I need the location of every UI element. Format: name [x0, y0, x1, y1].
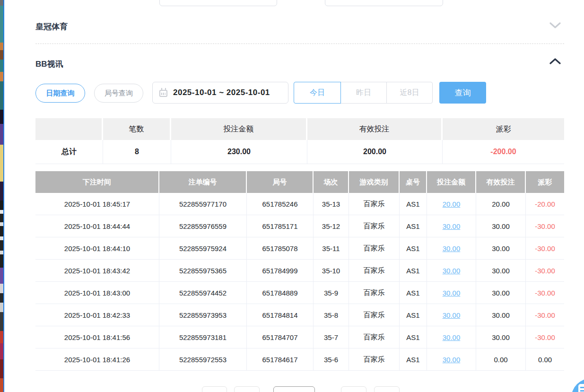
game-type-cell: 百家乐 [349, 304, 400, 326]
bet-amount-link[interactable]: 30.00 [443, 222, 461, 230]
section-divider [35, 44, 564, 44]
bet-amount-cell: 30.00 [427, 282, 476, 304]
session-cell: 35-6 [314, 348, 349, 370]
order-id-cell: 522855973953 [159, 304, 247, 326]
table-id-cell: AS1 [400, 237, 427, 259]
bet-amount-cell: 30.00 [427, 326, 476, 348]
round-id-cell: 651785171 [247, 215, 314, 237]
order-id-cell: 522855973181 [159, 326, 247, 348]
game-type-cell: 百家乐 [349, 237, 400, 259]
summary-count-value: 8 [103, 140, 171, 164]
pagination-first-button[interactable] [202, 386, 227, 392]
summary-header-valid-bet: 有效投注 [307, 118, 443, 140]
game-type-cell: 百家乐 [349, 326, 400, 348]
valid-bet-cell: 30.00 [476, 326, 526, 348]
search-button[interactable]: 查询 [439, 82, 486, 104]
table-row: 2025-10-01 18:44:10522855975924651785078… [35, 237, 564, 260]
filter-input-1[interactable] [159, 0, 277, 6]
summary-valid-bet-value: 200.00 [307, 140, 443, 164]
game-type-cell: 百家乐 [349, 215, 400, 237]
payout-cell: -30.00 [526, 304, 564, 326]
header-table-id: 桌号 [400, 171, 427, 193]
table-id-cell: AS1 [400, 304, 427, 326]
chevron-down-icon[interactable] [549, 22, 561, 29]
pagination-prev-button[interactable] [234, 386, 260, 392]
bet-time-cell: 2025-10-01 18:41:26 [35, 348, 159, 370]
bet-time-cell: 2025-10-01 18:44:10 [35, 237, 159, 259]
section-title-bb-video: BB视讯 [35, 59, 63, 70]
session-cell: 35-11 [314, 237, 349, 259]
yesterday-button[interactable]: 昨日 [340, 82, 387, 104]
summary-header-bet-amount: 投注金额 [171, 118, 307, 140]
valid-bet-cell: 30.00 [476, 282, 526, 304]
round-id-cell: 651784814 [247, 304, 314, 326]
today-button[interactable]: 今日 [294, 82, 341, 104]
bet-amount-link[interactable]: 30.00 [443, 311, 461, 319]
calendar-icon [159, 90, 167, 97]
round-id-cell: 651784707 [247, 326, 314, 348]
summary-header-row: 笔数 投注金额 有效投注 派彩 [35, 118, 564, 140]
bet-time-cell: 2025-10-01 18:42:33 [35, 304, 159, 326]
round-query-tab[interactable]: 局号查询 [94, 84, 143, 103]
table-id-cell: AS1 [400, 215, 427, 237]
round-id-cell: 651784889 [247, 282, 314, 304]
filter-input-2[interactable] [325, 0, 443, 6]
table-row: 2025-10-01 18:43:42522855975365651784999… [35, 260, 564, 282]
chevron-up-icon[interactable] [549, 58, 561, 65]
background-page-sliver [0, 0, 4, 392]
pagination-next-button[interactable] [341, 386, 366, 392]
order-id-cell: 522855976559 [159, 215, 247, 237]
bet-amount-cell: 30.00 [427, 237, 476, 259]
header-bet-amount: 投注金额 [427, 171, 476, 193]
game-type-cell: 百家乐 [349, 282, 400, 304]
pagination-page-box[interactable] [273, 386, 315, 392]
bet-amount-link[interactable]: 30.00 [443, 244, 461, 253]
bet-amount-link[interactable]: 30.00 [443, 333, 461, 341]
valid-bet-cell: 30.00 [476, 304, 526, 326]
bet-amount-cell: 30.00 [427, 260, 476, 281]
valid-bet-cell: 20.00 [476, 193, 526, 215]
floating-service-button[interactable] [571, 378, 584, 392]
date-query-tab[interactable]: 日期查询 [35, 84, 85, 103]
table-id-cell: AS1 [400, 326, 427, 348]
header-bet-time: 下注时间 [35, 171, 159, 193]
summary-table: 笔数 投注金额 有效投注 派彩 总计 8 230.00 200.00 -200.… [35, 118, 564, 164]
session-cell: 35-8 [314, 304, 349, 326]
summary-total-row: 总计 8 230.00 200.00 -200.00 [35, 140, 564, 164]
order-id-cell: 522855977170 [159, 193, 247, 215]
pagination-last-button[interactable] [374, 386, 400, 392]
section-title-crown-sports: 皇冠体育 [35, 21, 68, 32]
table-row: 2025-10-01 18:43:00522855974452651784889… [35, 282, 564, 304]
header-valid-bet: 有效投注 [476, 171, 526, 193]
bet-amount-link[interactable]: 30.00 [443, 356, 461, 364]
date-range-picker[interactable]: 2025-10-01 ~ 2025-10-01 [152, 82, 288, 104]
table-id-cell: AS1 [400, 193, 427, 215]
bet-time-cell: 2025-10-01 18:43:00 [35, 282, 159, 304]
table-row: 2025-10-01 18:41:56522855973181651784707… [35, 326, 564, 348]
summary-total-label: 总计 [35, 140, 103, 164]
bet-amount-link[interactable]: 20.00 [443, 200, 461, 208]
round-id-cell: 651784617 [247, 348, 314, 370]
table-id-cell: AS1 [400, 282, 427, 304]
table-row: 2025-10-01 18:41:26522855972553651784617… [35, 348, 564, 371]
last-8-days-button[interactable]: 近8日 [386, 82, 433, 104]
session-cell: 35-7 [314, 326, 349, 348]
session-cell: 35-12 [314, 215, 349, 237]
bet-time-cell: 2025-10-01 18:41:56 [35, 326, 159, 348]
summary-header-blank [35, 118, 103, 140]
valid-bet-cell: 30.00 [476, 215, 526, 237]
bet-amount-link[interactable]: 30.00 [443, 267, 461, 275]
bet-time-cell: 2025-10-01 18:43:42 [35, 260, 159, 281]
valid-bet-cell: 30.00 [476, 260, 526, 281]
summary-payout-value: -200.00 [443, 140, 564, 164]
bet-amount-link[interactable]: 30.00 [443, 289, 461, 297]
bet-time-cell: 2025-10-01 18:44:44 [35, 215, 159, 237]
bet-amount-cell: 20.00 [427, 193, 476, 215]
header-game-type: 游戏类别 [349, 171, 400, 193]
header-payout: 派彩 [526, 171, 564, 193]
session-cell: 35-13 [314, 193, 349, 215]
order-id-cell: 522855975365 [159, 260, 247, 281]
table-id-cell: AS1 [400, 348, 427, 370]
bet-amount-cell: 30.00 [427, 304, 476, 326]
order-id-cell: 522855974452 [159, 282, 247, 304]
